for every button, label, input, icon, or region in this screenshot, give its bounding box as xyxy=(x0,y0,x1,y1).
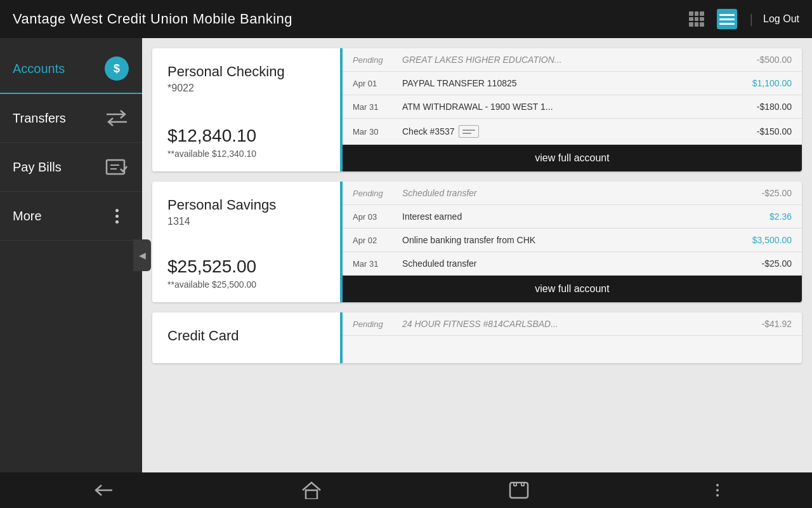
table-row: Apr 02 Online banking transfer from CHK … xyxy=(343,229,802,252)
app-title: Vantage West Credit Union Mobile Banking xyxy=(13,11,292,27)
home-button[interactable] xyxy=(289,476,334,504)
transaction-amount: -$41.92 xyxy=(741,319,792,329)
sidebar-item-transfers[interactable]: Transfers xyxy=(0,94,142,143)
transaction-date: Pending xyxy=(353,55,397,65)
grid-view-button[interactable] xyxy=(684,6,709,32)
options-icon xyxy=(716,484,719,497)
transaction-desc: Interest earned xyxy=(402,211,736,222)
account-transactions-checking: Pending GREAT LAKES HIGHER EDUCATION... … xyxy=(343,48,802,171)
svg-rect-8 xyxy=(514,483,516,486)
transaction-desc: 24 HOUR FITNESS #814CARLSBAD... xyxy=(402,319,736,329)
transaction-date: Mar 31 xyxy=(353,102,397,112)
view-full-account-button-checking[interactable]: view full account xyxy=(343,145,802,171)
back-icon xyxy=(94,483,114,498)
transaction-amount: $3,500.00 xyxy=(741,235,792,245)
table-row: Pending GREAT LAKES HIGHER EDUCATION... … xyxy=(343,48,802,72)
main-layout: Accounts $ Transfers Pay Bills xyxy=(0,38,812,472)
transfers-icon xyxy=(104,105,129,131)
table-row: Apr 01 PAYPAL TRANSFER 110825 $1,100.00 xyxy=(343,72,802,95)
sidebar: Accounts $ Transfers Pay Bills xyxy=(0,38,142,472)
home-icon xyxy=(301,481,322,499)
sidebar-item-more[interactable]: More xyxy=(0,192,142,241)
table-row: Pending Scheduled transfer -$25.00 xyxy=(343,182,802,205)
account-card-credit: Credit Card Pending 24 HOUR FITNESS #814… xyxy=(152,312,802,363)
table-row: Apr 03 Interest earned $2.36 xyxy=(343,205,802,229)
account-transactions-credit: Pending 24 HOUR FITNESS #814CARLSBAD... … xyxy=(343,312,802,363)
account-info-credit: Credit Card xyxy=(152,312,343,363)
account-available-savings: **available $25,500.00 xyxy=(167,279,325,290)
view-full-account-button-savings[interactable]: view full account xyxy=(343,276,802,302)
account-balance-checking: $12,840.10 xyxy=(167,126,325,146)
transaction-amount: -$180.00 xyxy=(741,102,792,112)
check-image-icon xyxy=(459,125,479,138)
account-name-credit: Credit Card xyxy=(167,328,325,344)
transaction-desc: ATM WITHDRAWAL - 1900 WEST 1... xyxy=(402,102,736,112)
transaction-desc: Scheduled transfer xyxy=(402,258,736,269)
account-available-checking: **available $12,340.10 xyxy=(167,149,325,159)
transaction-desc: Scheduled transfer xyxy=(402,188,736,198)
options-button[interactable] xyxy=(704,479,731,502)
transaction-date: Pending xyxy=(353,189,397,198)
transaction-amount: $2.36 xyxy=(741,211,792,222)
top-bar: Vantage West Credit Union Mobile Banking… xyxy=(0,0,812,38)
account-number-savings: 1314 xyxy=(167,216,325,227)
transaction-amount: -$500.00 xyxy=(741,55,792,65)
transaction-amount: -$25.00 xyxy=(741,258,792,269)
sidebar-accounts-label: Accounts xyxy=(13,62,65,76)
grid-icon xyxy=(686,9,707,29)
account-card-checking: Personal Checking *9022 $12,840.10 **ava… xyxy=(152,48,802,171)
transaction-desc: GREAT LAKES HIGHER EDUCATION... xyxy=(402,55,736,65)
list-view-button[interactable] xyxy=(714,6,740,32)
transaction-date: Mar 30 xyxy=(353,127,397,137)
recents-button[interactable] xyxy=(496,476,542,504)
sidebar-item-paybills[interactable]: Pay Bills xyxy=(0,143,142,192)
table-row: Pending 24 HOUR FITNESS #814CARLSBAD... … xyxy=(343,312,802,336)
sidebar-collapse-button[interactable]: ◀ xyxy=(133,239,151,271)
account-transactions-savings: Pending Scheduled transfer -$25.00 Apr 0… xyxy=(343,182,802,302)
account-name-checking: Personal Checking xyxy=(167,64,325,80)
account-name-savings: Personal Savings xyxy=(167,197,325,213)
svg-rect-9 xyxy=(521,483,524,486)
table-row: Mar 31 Scheduled transfer -$25.00 xyxy=(343,252,802,276)
transaction-list-checking: Pending GREAT LAKES HIGHER EDUCATION... … xyxy=(343,48,802,145)
logout-button[interactable]: Log Out xyxy=(763,13,799,25)
transaction-list-savings: Pending Scheduled transfer -$25.00 Apr 0… xyxy=(343,182,802,276)
table-row: Mar 30 Check #3537 -$150.00 xyxy=(343,119,802,145)
sidebar-item-accounts[interactable]: Accounts $ xyxy=(0,44,142,94)
account-card-savings: Personal Savings 1314 $25,525.00 **avail… xyxy=(152,182,802,302)
transaction-desc: Check #3537 xyxy=(402,125,736,138)
dollar-icon: $ xyxy=(105,57,129,81)
more-icon xyxy=(104,203,129,229)
content-area: Personal Checking *9022 $12,840.10 **ava… xyxy=(142,38,812,472)
transaction-date: Apr 03 xyxy=(353,212,397,222)
account-info-checking: Personal Checking *9022 $12,840.10 **ava… xyxy=(152,48,343,171)
transaction-list-credit: Pending 24 HOUR FITNESS #814CARLSBAD... … xyxy=(343,312,802,363)
account-info-savings: Personal Savings 1314 $25,525.00 **avail… xyxy=(152,182,343,302)
accounts-icon: $ xyxy=(104,56,129,81)
view-toggle xyxy=(684,6,740,32)
transaction-date: Apr 02 xyxy=(353,236,397,245)
sidebar-more-label: More xyxy=(13,209,42,224)
recents-icon xyxy=(509,481,529,499)
account-number-checking: *9022 xyxy=(167,83,325,94)
transaction-date: Apr 01 xyxy=(353,79,397,88)
transaction-date: Mar 31 xyxy=(353,259,397,269)
bottom-bar xyxy=(0,472,812,508)
paybills-icon xyxy=(104,154,129,180)
sidebar-paybills-label: Pay Bills xyxy=(13,160,62,175)
list-icon xyxy=(717,9,737,29)
transaction-amount: $1,100.00 xyxy=(741,78,792,88)
divider: | xyxy=(750,12,753,27)
transaction-desc: PAYPAL TRANSFER 110825 xyxy=(402,78,736,88)
back-button[interactable] xyxy=(81,478,127,503)
transaction-amount: -$25.00 xyxy=(741,188,792,198)
sidebar-transfers-label: Transfers xyxy=(13,111,66,126)
svg-rect-6 xyxy=(306,490,317,499)
svg-rect-2 xyxy=(107,160,124,174)
transaction-date: Pending xyxy=(353,319,397,329)
transaction-desc: Online banking transfer from CHK xyxy=(402,235,736,245)
svg-rect-7 xyxy=(510,483,528,498)
table-row: Mar 31 ATM WITHDRAWAL - 1900 WEST 1... -… xyxy=(343,95,802,119)
account-balance-savings: $25,525.00 xyxy=(167,257,325,277)
transaction-amount: -$150.00 xyxy=(741,126,792,137)
